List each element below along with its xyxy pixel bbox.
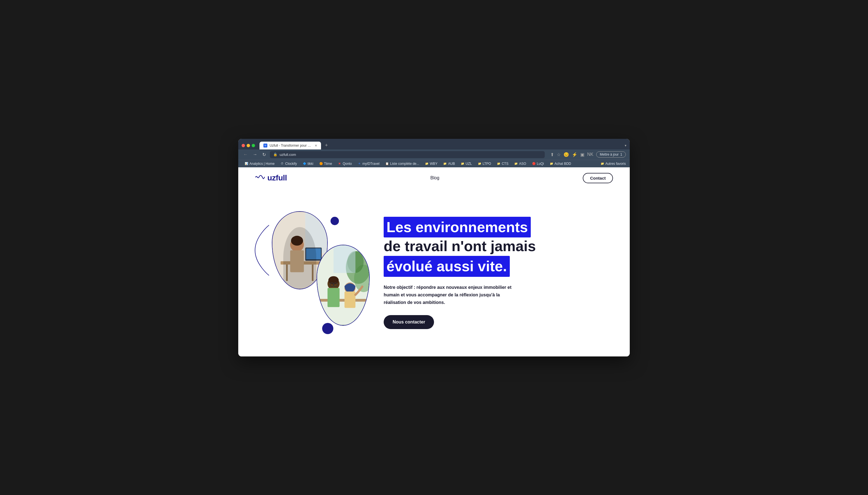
refresh-button[interactable]: ↻	[261, 151, 267, 158]
sidebar-icon[interactable]: ▣	[580, 152, 585, 157]
bookmarks-more-button[interactable]: 📁 Autres favoris	[600, 162, 626, 166]
hero-text: Les environnements de travail n'ont jama…	[384, 200, 613, 329]
svg-rect-8	[290, 250, 304, 272]
close-window-button[interactable]	[242, 144, 245, 147]
qonto-icon: ✖	[338, 162, 341, 166]
window-controls	[242, 144, 255, 147]
aso-folder-icon: 📁	[514, 162, 518, 166]
bookmark-luqi[interactable]: 🔴 LuQi	[530, 161, 546, 166]
bookmark-cts[interactable]: 📁 CTS	[494, 161, 511, 166]
svg-rect-3	[286, 264, 288, 281]
bookmark-liste[interactable]: 📋 Liste complète de...	[383, 161, 422, 166]
cts-folder-icon: 📁	[497, 162, 501, 166]
bookmark-qonto[interactable]: ✖ Qonto	[335, 161, 354, 166]
bookmark-clockify[interactable]: ⏱ Clockify	[278, 161, 299, 166]
bookmark-achat-bdd[interactable]: 📁 Achat BDD	[547, 161, 573, 166]
liste-icon: 📋	[385, 162, 389, 166]
maximize-window-button[interactable]	[252, 144, 255, 147]
hero-image-2	[316, 245, 370, 326]
more-bookmarks-folder-icon: 📁	[600, 162, 604, 166]
headline-highlight-1: Les environnements	[384, 217, 531, 237]
browser-tab[interactable]: U Uzfull - Transformer pour mieu... ×	[260, 142, 321, 150]
hero-subtext: Notre objectif : répondre aux nouveaux e…	[384, 284, 518, 306]
ltpo-folder-icon: 📁	[478, 162, 481, 166]
luqi-icon: 🔴	[532, 162, 536, 166]
hero-headline: Les environnements de travail n'ont jama…	[384, 217, 613, 277]
achat-bdd-folder-icon: 📁	[550, 162, 553, 166]
address-actions: ⬆ ☆ 😊 ⚡ ▣ NK Mettre à jour 1	[550, 151, 626, 157]
svg-point-7	[290, 238, 304, 252]
new-tab-button[interactable]: +	[323, 142, 330, 148]
website-content: uzfull Blog Contact	[238, 167, 630, 356]
logo-squiggle-icon	[255, 174, 265, 182]
bookmark-ltpo[interactable]: 📁 LTPO	[475, 161, 493, 166]
aub-folder-icon: 📁	[443, 162, 447, 166]
svg-rect-15	[320, 298, 366, 302]
wby-folder-icon: 📁	[425, 162, 429, 166]
emoji-icon[interactable]: 😊	[563, 152, 569, 157]
logo-text: uzfull	[267, 173, 287, 183]
clockify-icon: ⏱	[280, 162, 284, 166]
svg-rect-23	[345, 291, 356, 308]
bookmark-uzl[interactable]: 📁 UZL	[458, 161, 474, 166]
back-button[interactable]: ←	[242, 151, 249, 157]
tab-row: U Uzfull - Transformer pour mieu... × + …	[238, 139, 630, 150]
svg-rect-1	[305, 212, 327, 253]
tab-close-button[interactable]: ×	[315, 143, 317, 148]
address-row: ← → ↻ 🔒 uzfull.com ⬆ ☆ 😊 ⚡ ▣ NK Mettre à…	[238, 150, 630, 160]
tab-arrow-button[interactable]: ▾	[625, 143, 626, 148]
tiime-icon: 🟠	[319, 162, 323, 166]
bookmark-tikki[interactable]: 🔷 tikki	[300, 161, 316, 166]
bookmark-myidtravel[interactable]: ✈ myIDTravel	[355, 161, 382, 166]
nous-contacter-button[interactable]: Nous contacter	[384, 315, 434, 329]
svg-point-17	[328, 276, 339, 284]
tab-title: Uzfull - Transformer pour mieu...	[269, 143, 313, 148]
site-logo: uzfull	[255, 173, 287, 183]
site-nav-links: Blog	[430, 175, 439, 181]
profile-button[interactable]: NK	[587, 152, 593, 157]
site-nav: uzfull Blog Contact	[238, 167, 630, 189]
title-bar: U Uzfull - Transformer pour mieu... × + …	[238, 139, 630, 167]
hero-section: Les environnements de travail n'ont jama…	[238, 189, 630, 356]
forward-button[interactable]: →	[252, 151, 258, 157]
svg-rect-21	[327, 288, 340, 307]
decorative-dot-2	[322, 323, 333, 334]
bookmarks-bar: 📊 Analytics | Home ⏱ Clockify 🔷 tikki 🟠 …	[238, 160, 630, 167]
mettre-a-jour-button[interactable]: Mettre à jour 1	[596, 151, 626, 157]
tab-favicon: U	[263, 143, 267, 148]
decorative-curve	[252, 222, 275, 278]
headline-highlight-2: évolué aussi vite.	[384, 256, 510, 276]
svg-rect-6	[306, 248, 321, 259]
myidtravel-icon: ✈	[357, 162, 361, 166]
bookmark-icon[interactable]: ☆	[557, 152, 561, 157]
browser-window: U Uzfull - Transformer pour mieu... × + …	[238, 139, 630, 356]
bookmark-analytics[interactable]: 📊 Analytics | Home	[242, 161, 277, 166]
bookmark-wby[interactable]: 📁 WBY	[423, 161, 440, 166]
extensions-icon[interactable]: ⚡	[572, 152, 577, 157]
lock-icon: 🔒	[273, 153, 277, 156]
analytics-icon: 📊	[244, 162, 248, 166]
bookmark-aso[interactable]: 📁 ASO	[512, 161, 528, 166]
uzl-folder-icon: 📁	[461, 162, 464, 166]
contact-nav-button[interactable]: Contact	[583, 173, 613, 183]
address-bar[interactable]: 🔒 uzfull.com	[270, 151, 545, 158]
minimize-window-button[interactable]	[247, 144, 250, 147]
svg-rect-2	[280, 261, 324, 264]
bookmark-aub[interactable]: 📁 AUB	[441, 161, 457, 166]
decorative-dot-1	[330, 217, 339, 225]
share-icon[interactable]: ⬆	[550, 152, 554, 157]
hero-images	[249, 200, 367, 345]
svg-rect-4	[312, 264, 313, 281]
bookmark-tiime[interactable]: 🟠 Tiime	[317, 161, 334, 166]
url-text: uzfull.com	[280, 153, 541, 157]
headline-line2: de travail n'ont jamais	[384, 238, 536, 254]
svg-rect-14	[333, 245, 356, 273]
svg-point-9	[291, 236, 303, 245]
tikki-icon: 🔷	[302, 162, 307, 166]
blog-nav-link[interactable]: Blog	[430, 175, 439, 181]
